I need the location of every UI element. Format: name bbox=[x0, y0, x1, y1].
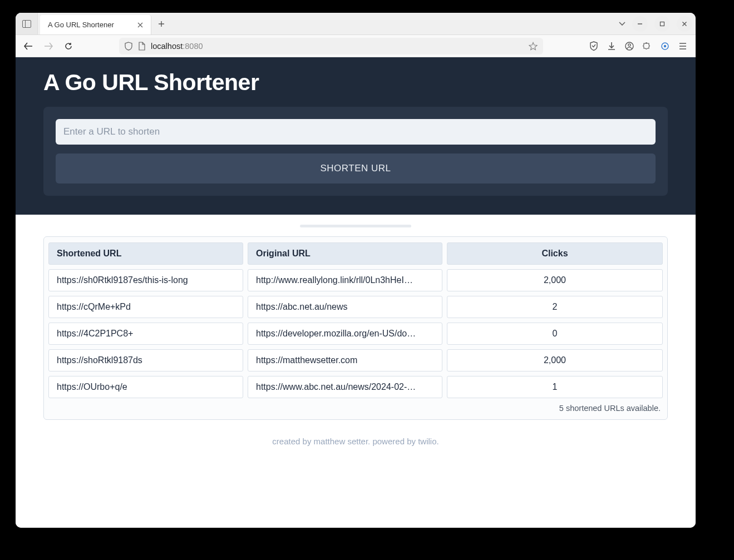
close-icon bbox=[137, 22, 143, 28]
cell-clicks: 2,000 bbox=[447, 349, 663, 371]
reload-icon bbox=[64, 42, 73, 51]
page-footer: created by matthew setter. powered by tw… bbox=[16, 430, 696, 463]
cell-clicks: 0 bbox=[447, 323, 663, 345]
toolbar-actions bbox=[585, 41, 691, 51]
shorten-form: SHORTEN URL bbox=[43, 107, 668, 196]
tracking-shield-icon[interactable] bbox=[125, 42, 132, 51]
new-tab-button[interactable] bbox=[151, 13, 171, 34]
results-card: Shortened URL Original URL Clicks https:… bbox=[43, 236, 668, 420]
window-maximize-button[interactable] bbox=[654, 16, 670, 32]
sidebar-icon bbox=[22, 20, 31, 28]
downloads-button[interactable] bbox=[607, 41, 617, 51]
cell-shortened[interactable]: https://sh0Rtkl9187es/this-is-long bbox=[48, 269, 243, 291]
tab-close-button[interactable] bbox=[135, 20, 145, 30]
window-controls bbox=[619, 13, 696, 34]
col-header-clicks: Clicks bbox=[447, 242, 663, 265]
nav-forward-button[interactable] bbox=[40, 38, 57, 54]
cell-original[interactable]: https://matthewsetter.com bbox=[248, 349, 442, 371]
svg-rect-0 bbox=[661, 22, 664, 26]
hero-section: A Go URL Shortener SHORTEN URL bbox=[16, 57, 696, 215]
arrow-right-icon bbox=[44, 42, 53, 50]
cell-shortened[interactable]: https://cQrMe+kPd bbox=[48, 296, 243, 318]
page-icon bbox=[138, 42, 145, 51]
results-summary: 5 shortened URLs available. bbox=[48, 398, 663, 414]
app-menu-button[interactable] bbox=[678, 41, 688, 51]
tabs-dropdown[interactable] bbox=[619, 22, 625, 26]
shield-check-icon bbox=[589, 41, 598, 51]
shorten-button[interactable]: SHORTEN URL bbox=[56, 153, 656, 184]
cell-shortened[interactable]: https://shoRtkl9187ds bbox=[48, 349, 243, 371]
site-info-icon[interactable] bbox=[138, 42, 145, 51]
col-header-original: Original URL bbox=[248, 242, 442, 265]
cell-original[interactable]: https://www.abc.net.au/news/2024-02-… bbox=[248, 376, 442, 398]
cell-clicks: 2,000 bbox=[447, 269, 663, 291]
browser-window: A Go URL Shortener bbox=[16, 13, 696, 528]
cell-original[interactable]: https://abc.net.au/news bbox=[248, 296, 442, 318]
chevron-down-icon bbox=[619, 22, 625, 26]
svg-point-4 bbox=[664, 44, 666, 47]
hamburger-icon bbox=[679, 43, 687, 49]
save-pocket-button[interactable] bbox=[589, 41, 599, 51]
puzzle-icon bbox=[643, 42, 652, 51]
account-button[interactable] bbox=[624, 41, 634, 51]
account-icon bbox=[625, 42, 634, 51]
inspector-button[interactable] bbox=[660, 41, 670, 51]
page-title: A Go URL Shortener bbox=[43, 70, 668, 96]
shield-icon bbox=[125, 42, 132, 51]
cell-shortened[interactable]: https://OUrbo+q/e bbox=[48, 376, 243, 398]
url-port: :8080 bbox=[183, 42, 203, 51]
svg-point-2 bbox=[628, 43, 630, 46]
window-close-button[interactable] bbox=[677, 16, 692, 32]
star-icon bbox=[529, 42, 538, 51]
nav-reload-button[interactable] bbox=[60, 38, 77, 54]
results-table: Shortened URL Original URL Clicks https:… bbox=[48, 242, 663, 398]
page-content: A Go URL Shortener SHORTEN URL Shortened… bbox=[16, 57, 696, 528]
url-input[interactable] bbox=[56, 119, 656, 145]
url-text: localhost:8080 bbox=[151, 42, 523, 51]
url-host: localhost bbox=[151, 42, 183, 51]
bookmark-button[interactable] bbox=[529, 42, 538, 51]
maximize-icon bbox=[659, 21, 665, 27]
window-minimize-button[interactable] bbox=[632, 16, 648, 32]
extensions-button[interactable] bbox=[642, 41, 652, 51]
cell-clicks: 2 bbox=[447, 296, 663, 318]
tab-sidebar-toggle[interactable] bbox=[16, 13, 38, 34]
close-icon bbox=[682, 21, 687, 27]
cell-original[interactable]: https://developer.mozilla.org/en-US/do… bbox=[248, 323, 442, 345]
col-header-shortened: Shortened URL bbox=[48, 242, 243, 265]
browser-tab[interactable]: A Go URL Shortener bbox=[40, 15, 151, 34]
browser-toolbar: localhost:8080 bbox=[16, 35, 696, 57]
browser-tab-bar: A Go URL Shortener bbox=[16, 13, 696, 35]
plus-icon bbox=[158, 21, 165, 27]
section-divider bbox=[300, 225, 411, 227]
arrow-left-icon bbox=[24, 42, 33, 50]
target-icon bbox=[661, 42, 669, 51]
cell-clicks: 1 bbox=[447, 376, 663, 398]
address-bar[interactable]: localhost:8080 bbox=[119, 38, 543, 54]
cell-shortened[interactable]: https://4C2P1PC8+ bbox=[48, 323, 243, 345]
nav-back-button[interactable] bbox=[20, 38, 37, 54]
download-icon bbox=[607, 42, 616, 51]
tab-title: A Go URL Shortener bbox=[48, 21, 135, 29]
minimize-icon bbox=[637, 21, 643, 27]
cell-original[interactable]: http://www.reallylong.link/rll/0Ln3hHeI… bbox=[248, 269, 442, 291]
